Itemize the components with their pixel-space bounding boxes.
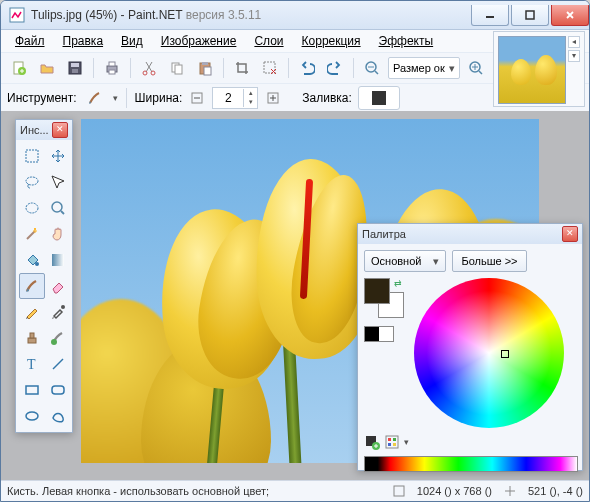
svg-rect-53: [388, 443, 391, 446]
tool-text[interactable]: T: [19, 351, 45, 377]
thumb-next-icon[interactable]: ▾: [568, 50, 580, 62]
palette-title: Палитра: [362, 228, 406, 240]
tool-gradient[interactable]: [45, 247, 71, 273]
palette-panel: Палитра✕ Основной▾ Больше >> ⇄: [357, 223, 583, 471]
tool-rect[interactable]: [19, 377, 45, 403]
svg-point-11: [143, 71, 147, 75]
color-swatches[interactable]: ⇄: [364, 278, 404, 318]
tool-line[interactable]: [45, 351, 71, 377]
dropdown-icon[interactable]: ▾: [404, 437, 409, 447]
thumb-prev-icon[interactable]: ◂: [568, 36, 580, 48]
palette-mode-combo[interactable]: Основной▾: [364, 250, 446, 272]
tool-zoom[interactable]: [45, 195, 71, 221]
image-thumbnail[interactable]: [498, 36, 566, 104]
spin-up-icon[interactable]: ▴: [243, 89, 257, 98]
tool-fill[interactable]: [19, 247, 45, 273]
paste-button[interactable]: [193, 56, 217, 80]
status-dimensions: 1024 () x 768 (): [417, 485, 492, 497]
zoom-in-button[interactable]: [464, 56, 488, 80]
svg-rect-10: [109, 70, 115, 74]
palette-more-button[interactable]: Больше >>: [452, 250, 526, 272]
tools-panel: Инс...✕ T: [15, 119, 73, 433]
tool-label: Инструмент:: [7, 91, 77, 105]
svg-rect-6: [71, 63, 79, 67]
app-icon: [9, 7, 25, 23]
menu-effects[interactable]: Эффекты: [371, 32, 442, 50]
palette-manage-icon[interactable]: [384, 434, 400, 450]
tool-clone[interactable]: [19, 325, 45, 351]
palette-add-color-icon[interactable]: [364, 434, 380, 450]
tool-brush[interactable]: [19, 273, 45, 299]
open-file-button[interactable]: [35, 56, 59, 80]
statusbar: Кисть. Левая кнопка - использовать основ…: [1, 480, 589, 501]
color-wheel[interactable]: [414, 278, 564, 428]
minimize-button[interactable]: [471, 5, 509, 26]
save-button[interactable]: [63, 56, 87, 80]
tool-rect-select[interactable]: [19, 143, 45, 169]
titlebar: Tulips.jpg (45%) - Paint.NET версия 3.5.…: [1, 1, 589, 30]
tool-recolor[interactable]: [45, 325, 71, 351]
swap-colors-icon[interactable]: ⇄: [394, 278, 402, 288]
close-button[interactable]: [551, 5, 589, 26]
deselect-button[interactable]: [258, 56, 282, 80]
width-plus-button[interactable]: [264, 89, 282, 107]
width-input[interactable]: [213, 90, 243, 106]
window-title: Tulips.jpg (45%) - Paint.NET версия 3.5.…: [31, 8, 261, 22]
tool-ellipse[interactable]: [19, 403, 45, 429]
svg-rect-38: [52, 254, 64, 266]
menu-edit[interactable]: Правка: [55, 32, 112, 50]
menu-correction[interactable]: Коррекция: [294, 32, 369, 50]
spectrum-bar[interactable]: [364, 456, 578, 472]
menu-image[interactable]: Изображение: [153, 32, 245, 50]
print-button[interactable]: [100, 56, 124, 80]
crop-button[interactable]: [230, 56, 254, 80]
tool-pan[interactable]: [45, 221, 71, 247]
tools-panel-close-button[interactable]: ✕: [52, 122, 68, 138]
maximize-button[interactable]: [511, 5, 549, 26]
tool-selector-button[interactable]: [83, 86, 107, 110]
copy-button[interactable]: [165, 56, 189, 80]
width-spinner[interactable]: ▴▾: [212, 87, 258, 109]
redo-button[interactable]: [323, 56, 347, 80]
tool-ellipse-select[interactable]: [19, 195, 45, 221]
palette-close-button[interactable]: ✕: [562, 226, 578, 242]
image-thumbnail-panel: ◂ ▾: [493, 31, 585, 107]
tool-pencil[interactable]: [19, 299, 45, 325]
new-file-button[interactable]: [7, 56, 31, 80]
svg-line-44: [53, 359, 63, 369]
fill-selector-button[interactable]: [358, 86, 400, 110]
tool-picker[interactable]: [45, 299, 71, 325]
svg-point-33: [26, 177, 38, 185]
menu-view[interactable]: Вид: [113, 32, 151, 50]
zoom-combo[interactable]: Размер ок▾: [388, 57, 460, 79]
undo-button[interactable]: [295, 56, 319, 80]
tool-eraser[interactable]: [45, 273, 71, 299]
svg-rect-51: [388, 438, 391, 441]
svg-rect-41: [30, 333, 34, 338]
menu-file[interactable]: Файл: [7, 32, 53, 50]
svg-rect-14: [175, 65, 182, 74]
width-label: Ширина:: [135, 91, 183, 105]
default-colors-button[interactable]: [364, 326, 394, 342]
svg-rect-2: [526, 11, 534, 19]
tool-round-rect[interactable]: [45, 377, 71, 403]
tool-freeform[interactable]: [45, 403, 71, 429]
width-minus-button[interactable]: [188, 89, 206, 107]
svg-point-47: [26, 412, 38, 420]
svg-point-39: [61, 305, 65, 309]
fill-label: Заливка:: [302, 91, 352, 105]
position-icon: [504, 485, 516, 497]
svg-rect-45: [26, 386, 38, 394]
svg-rect-7: [72, 69, 78, 73]
menu-layers[interactable]: Слои: [246, 32, 291, 50]
svg-point-37: [35, 262, 39, 266]
tool-move-pixels[interactable]: [45, 169, 71, 195]
tool-lasso[interactable]: [19, 169, 45, 195]
tool-move-selection[interactable]: [45, 143, 71, 169]
foreground-swatch[interactable]: [364, 278, 390, 304]
svg-line-36: [61, 211, 64, 214]
zoom-out-button[interactable]: [360, 56, 384, 80]
tool-magic-wand[interactable]: [19, 221, 45, 247]
spin-down-icon[interactable]: ▾: [243, 98, 257, 107]
cut-button[interactable]: [137, 56, 161, 80]
